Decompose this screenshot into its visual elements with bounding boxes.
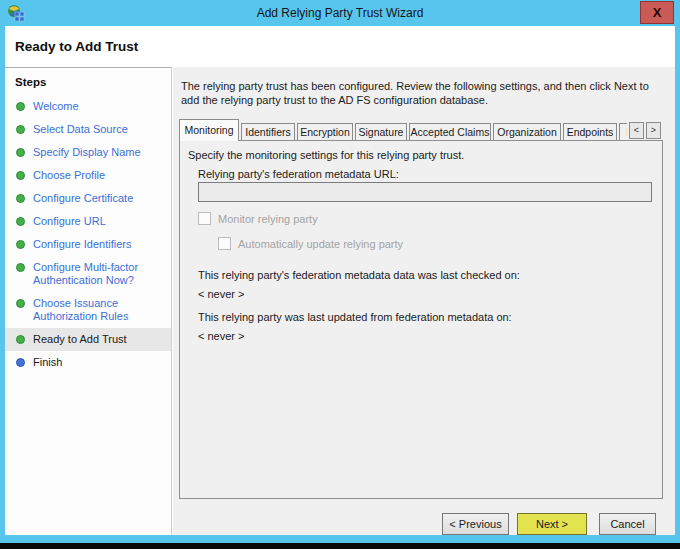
tab-organization[interactable]: Organization <box>493 123 561 141</box>
sidebar-step-configure-identifiers[interactable]: Configure Identifiers <box>5 233 171 256</box>
steps-list: WelcomeSelect Data SourceSpecify Display… <box>5 95 171 374</box>
checkbox-icon <box>218 237 231 250</box>
step-status-icon <box>16 299 25 308</box>
step-label: Ready to Add Trust <box>33 333 127 346</box>
next-button[interactable]: Next > <box>517 513 587 535</box>
sidebar-step-welcome[interactable]: Welcome <box>5 95 171 118</box>
checkbox-label: Automatically update relying party <box>238 238 403 250</box>
tab-accepted-claims[interactable]: Accepted Claims <box>409 123 491 141</box>
monitor-relying-party-checkbox[interactable]: Monitor relying party <box>198 212 318 225</box>
step-status-icon <box>16 102 25 111</box>
window-title: Add Relying Party Trust Wizard <box>0 6 680 20</box>
window-bottom-border <box>0 535 680 543</box>
last-checked-value: < never > <box>198 288 244 300</box>
title-bar: Add Relying Party Trust Wizard X <box>0 0 680 26</box>
step-status-icon <box>16 358 25 367</box>
steps-sidebar: Steps WelcomeSelect Data SourceSpecify D… <box>5 67 172 535</box>
step-status-icon <box>16 125 25 134</box>
step-label: Choose Issuance Authorization Rules <box>33 297 155 323</box>
content-pane: The relying party trust has been configu… <box>173 67 675 535</box>
step-status-icon <box>16 194 25 203</box>
step-status-icon <box>16 335 25 344</box>
tab-scroll-right-button[interactable]: > <box>646 122 661 139</box>
step-status-icon <box>16 263 25 272</box>
step-label: Welcome <box>33 100 79 113</box>
step-status-icon <box>16 240 25 249</box>
step-label: Configure URL <box>33 215 106 228</box>
sidebar-step-choose-issuance-authorization-rules[interactable]: Choose Issuance Authorization Rules <box>5 292 171 328</box>
sidebar-step-finish[interactable]: Finish <box>5 351 171 374</box>
sidebar-step-configure-url[interactable]: Configure URL <box>5 210 171 233</box>
close-button[interactable]: X <box>640 1 674 24</box>
last-checked-label: This relying party's federation metadata… <box>198 269 520 281</box>
step-label: Finish <box>33 356 62 369</box>
previous-button[interactable]: < Previous <box>442 513 509 535</box>
chevron-right-icon: > <box>651 125 656 135</box>
checkbox-icon <box>198 212 211 225</box>
tab-encryption[interactable]: Encryption <box>297 123 353 141</box>
step-label: Select Data Source <box>33 123 128 136</box>
sidebar-step-configure-multi-factor-authentication-now[interactable]: Configure Multi-factor Authentication No… <box>5 256 171 292</box>
sidebar-step-select-data-source[interactable]: Select Data Source <box>5 118 171 141</box>
metadata-url-input[interactable] <box>198 182 652 202</box>
page-header: Ready to Add Trust <box>5 26 675 67</box>
step-label: Specify Display Name <box>33 146 141 159</box>
tab-signature[interactable]: Signature <box>355 123 407 141</box>
adfs-wizard-icon <box>7 4 25 22</box>
wizard-button-row: < Previous Next > Cancel <box>173 513 675 535</box>
chevron-left-icon: < <box>634 125 639 135</box>
tab-monitoring[interactable]: Monitoring <box>179 119 239 141</box>
step-label: Configure Certificate <box>33 192 133 205</box>
screen-edge <box>0 543 680 549</box>
page-title: Ready to Add Trust <box>5 26 675 54</box>
tab-strip: MonitoringIdentifiersEncryptionSignature… <box>179 119 663 141</box>
step-status-icon <box>16 217 25 226</box>
tab-notes[interactable]: Notes <box>619 123 627 141</box>
monitoring-tab-panel: Specify the monitoring settings for this… <box>179 140 663 499</box>
sidebar-step-configure-certificate[interactable]: Configure Certificate <box>5 187 171 210</box>
sidebar-step-specify-display-name[interactable]: Specify Display Name <box>5 141 171 164</box>
last-updated-value: < never > <box>198 330 244 342</box>
tab-identifiers[interactable]: Identifiers <box>241 123 295 141</box>
checkbox-label: Monitor relying party <box>218 213 318 225</box>
sidebar-step-ready-to-add-trust[interactable]: Ready to Add Trust <box>5 328 171 351</box>
tab-endpoints[interactable]: Endpoints <box>563 123 617 141</box>
step-label: Configure Multi-factor Authentication No… <box>33 261 155 287</box>
monitoring-instruction: Specify the monitoring settings for this… <box>188 149 464 161</box>
last-updated-label: This relying party was last updated from… <box>198 311 512 323</box>
cancel-button[interactable]: Cancel <box>599 513 656 535</box>
step-label: Choose Profile <box>33 169 105 182</box>
tab-scroll-left-button[interactable]: < <box>629 122 644 139</box>
steps-heading: Steps <box>5 68 171 95</box>
screenshot-root: Add Relying Party Trust Wizard X Ready t… <box>0 0 680 549</box>
intro-text: The relying party trust has been configu… <box>181 79 667 107</box>
tab-clip: MonitoringIdentifiersEncryptionSignature… <box>179 119 627 141</box>
auto-update-relying-party-checkbox[interactable]: Automatically update relying party <box>218 237 403 250</box>
step-status-icon <box>16 148 25 157</box>
sidebar-step-choose-profile[interactable]: Choose Profile <box>5 164 171 187</box>
metadata-url-label: Relying party's federation metadata URL: <box>198 168 399 180</box>
dialog-body: Ready to Add Trust Steps WelcomeSelect D… <box>5 26 675 535</box>
step-status-icon <box>16 171 25 180</box>
step-label: Configure Identifiers <box>33 238 131 251</box>
close-icon: X <box>653 5 662 20</box>
wizard-window: Add Relying Party Trust Wizard X Ready t… <box>0 0 680 543</box>
